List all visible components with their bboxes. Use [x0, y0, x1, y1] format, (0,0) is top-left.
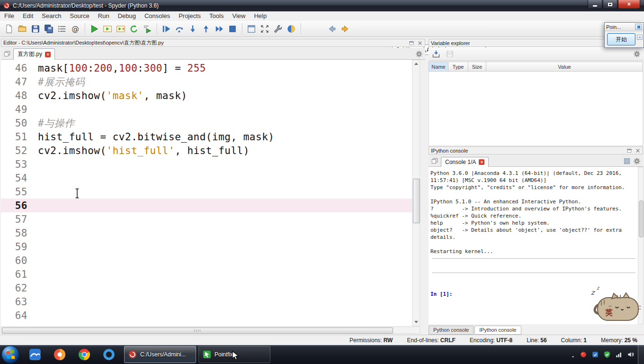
continue-icon[interactable]	[213, 23, 225, 35]
save-data-icon[interactable]	[445, 49, 455, 59]
variable-table-body[interactable]	[429, 72, 643, 146]
code-line-59[interactable]: 59	[1, 240, 412, 254]
code-line-50[interactable]: 50#与操作	[1, 116, 412, 130]
code-line-63[interactable]: 63	[1, 295, 412, 309]
app-blue-icon[interactable]	[27, 347, 43, 362]
tab-python-console[interactable]: Python console	[429, 326, 474, 335]
editor-horizontal-scrollbar[interactable]	[1, 327, 420, 334]
save-icon[interactable]	[29, 23, 42, 35]
pointfix-titlebar[interactable]: Poin...	[605, 23, 644, 31]
editor-vertical-scrollbar[interactable]	[412, 60, 420, 326]
menu-search[interactable]: Search	[37, 11, 65, 21]
symbol-finder-icon[interactable]: @	[69, 23, 81, 35]
minimize-button[interactable]	[588, 0, 602, 9]
code-line-49[interactable]: 49	[1, 102, 412, 116]
undock-icon[interactable]	[626, 148, 632, 154]
line-number[interactable]: 60	[1, 255, 33, 266]
line-number[interactable]: 62	[1, 282, 33, 294]
line-number[interactable]: 46	[1, 63, 33, 74]
step-return-icon[interactable]	[200, 23, 212, 35]
pointfix-close-button[interactable]: ×	[637, 35, 643, 40]
code-line-60[interactable]: 60	[1, 254, 412, 267]
code-line-48[interactable]: 48cv2.imshow('mask', mask)	[1, 89, 412, 102]
editor-options-gear-icon[interactable]	[415, 50, 423, 58]
show-desktop-button[interactable]	[638, 345, 644, 364]
volume-icon[interactable]	[627, 351, 635, 358]
code-line-57[interactable]: 57	[1, 212, 412, 226]
menu-run[interactable]: Run	[94, 11, 114, 21]
editor-tab[interactable]: 直方图.py ×	[13, 48, 55, 60]
code-line-64[interactable]: 64	[1, 309, 412, 322]
pythonpath-icon[interactable]	[285, 23, 297, 35]
editor-vscroll-thumb[interactable]	[413, 179, 420, 223]
code-line-62[interactable]: 62	[1, 281, 412, 295]
code-line-58[interactable]: 58	[1, 226, 412, 240]
tab-close-icon[interactable]: ×	[479, 159, 484, 165]
code-line-52[interactable]: 52cv2.imshow('hist_full', hist_full)	[1, 144, 412, 157]
line-number[interactable]: 63	[1, 296, 33, 308]
console-scroll-thumb[interactable]	[639, 200, 644, 237]
console-options-gear-icon[interactable]	[633, 157, 641, 165]
debug-icon[interactable]	[160, 23, 172, 35]
menu-projects[interactable]: Projects	[174, 11, 205, 21]
forward-icon[interactable]	[339, 23, 351, 35]
import-data-icon[interactable]	[431, 49, 441, 59]
code-line-56[interactable]: 56	[1, 199, 412, 212]
tray-blue-icon[interactable]	[591, 351, 599, 358]
line-number[interactable]: 59	[1, 241, 33, 253]
code-line-55[interactable]: 55	[1, 185, 412, 199]
run-selection-icon[interactable]	[141, 23, 153, 35]
tray-red-icon[interactable]	[580, 351, 587, 358]
run-cell-icon[interactable]	[101, 23, 114, 35]
new-file-icon[interactable]	[3, 23, 15, 35]
close-button[interactable]: ×	[618, 0, 640, 9]
run-icon[interactable]	[88, 23, 100, 35]
taskbar-task-spyder[interactable]: C:/Users/Admini...	[124, 346, 196, 363]
step-into-icon[interactable]	[187, 23, 199, 35]
line-number[interactable]: 57	[1, 214, 33, 225]
close-pane-icon[interactable]	[635, 148, 641, 154]
menu-source[interactable]: Source	[66, 11, 94, 21]
maximize-pane-icon[interactable]	[245, 23, 258, 35]
grid-icon[interactable]	[623, 157, 631, 165]
step-over-icon[interactable]	[173, 23, 186, 35]
column-header-size[interactable]: Size	[468, 62, 486, 72]
tab-ipython-console[interactable]: IPython console	[474, 326, 521, 335]
line-number[interactable]: 54	[1, 173, 33, 184]
line-number[interactable]: 55	[1, 186, 33, 198]
line-number[interactable]: 56	[1, 200, 33, 211]
back-icon[interactable]	[326, 23, 338, 35]
line-number[interactable]: 48	[1, 90, 33, 101]
code-line-51[interactable]: 51hist_full = cv2.bitwise_and(img, mask)	[1, 130, 412, 144]
scroll-up-arrow[interactable]	[412, 60, 420, 67]
code-line-47[interactable]: 47#展示掩码	[1, 75, 412, 89]
pointfix-titlebar-button[interactable]	[635, 24, 642, 30]
stop-icon[interactable]	[226, 23, 239, 35]
menu-edit[interactable]: Edit	[18, 11, 37, 21]
undock-icon[interactable]	[409, 40, 414, 46]
column-header-type[interactable]: Type	[448, 62, 468, 72]
open-folder-icon[interactable]	[16, 23, 28, 35]
column-header-name[interactable]: Name	[429, 62, 448, 72]
code-editor[interactable]: 46mask[100:200,100:300] = 25547#展示掩码48cv…	[1, 60, 412, 326]
menu-view[interactable]: View	[228, 11, 250, 21]
line-number[interactable]: 64	[1, 310, 33, 321]
browse-tabs-icon[interactable]	[431, 157, 438, 165]
fullscreen-icon[interactable]	[259, 23, 271, 35]
browse-tabs-icon[interactable]	[3, 50, 11, 58]
save-all-icon[interactable]	[43, 23, 55, 35]
line-number[interactable]: 47	[1, 76, 33, 88]
code-line-53[interactable]: 53	[1, 157, 412, 171]
line-number[interactable]: 61	[1, 269, 33, 280]
app-ring-icon[interactable]	[101, 347, 116, 362]
line-number[interactable]: 51	[1, 131, 33, 143]
menu-file[interactable]: File	[0, 11, 18, 21]
line-number[interactable]: 50	[1, 118, 33, 129]
app-colorful-icon[interactable]	[52, 347, 67, 362]
line-number[interactable]: 53	[1, 159, 33, 170]
variable-explorer-gear-icon[interactable]	[633, 50, 641, 58]
run-cell-advance-icon[interactable]	[115, 23, 127, 35]
tab-close-icon[interactable]: ×	[45, 52, 51, 57]
menu-debug[interactable]: Debug	[114, 11, 140, 21]
network-icon[interactable]	[615, 351, 623, 358]
